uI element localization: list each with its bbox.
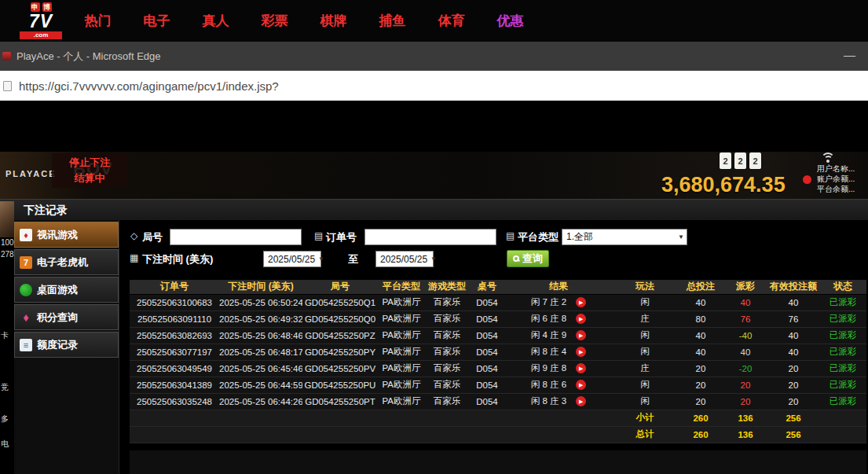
cell-status: 已派彩 bbox=[819, 344, 866, 360]
platform-type-icon: ▤ bbox=[506, 230, 515, 241]
cell-order: 250525063035248 bbox=[130, 393, 219, 410]
replay-icon[interactable]: ▶ bbox=[576, 363, 586, 373]
playing-card: 2 bbox=[734, 152, 746, 169]
left-fragment: 多 bbox=[1, 413, 14, 424]
column-header: 玩法 bbox=[612, 280, 678, 294]
cell-valid-bet: 40 bbox=[767, 344, 819, 360]
table-row: 2505250630826932025-05-25 06:48:46GD0542… bbox=[130, 327, 866, 344]
cell-platform: PA欧洲厅 bbox=[378, 294, 425, 310]
cell-play: 庄 bbox=[612, 310, 678, 327]
replay-icon[interactable]: ▶ bbox=[576, 314, 586, 324]
table-row: 2505250630352482025-05-25 06:44:26GD0542… bbox=[130, 393, 866, 410]
cell-valid-bet: 40 bbox=[767, 327, 819, 344]
sidebar-item-label: 积分查询 bbox=[37, 310, 78, 325]
total-payout-value: 136 bbox=[723, 410, 767, 426]
nav-item-promo[interactable]: 优惠 bbox=[481, 12, 540, 30]
cards-icon: ♦ bbox=[20, 229, 32, 241]
cell-status: 已派彩 bbox=[819, 393, 866, 410]
nav-item-chess[interactable]: 棋牌 bbox=[304, 12, 363, 30]
replay-icon[interactable]: ▶ bbox=[576, 330, 586, 340]
cell-status: 已派彩 bbox=[819, 377, 866, 393]
column-header: 平台类型 bbox=[378, 280, 425, 294]
cell-valid-bet: 20 bbox=[767, 393, 819, 410]
cell-status: 已派彩 bbox=[819, 327, 866, 344]
cell-game: 百家乐 bbox=[425, 393, 469, 410]
cell-platform: PA欧洲厅 bbox=[378, 377, 425, 393]
search-button[interactable]: 查询 bbox=[507, 250, 549, 267]
account-info-line: 用户名称... bbox=[817, 164, 867, 174]
wifi-icon bbox=[821, 152, 835, 164]
sidebar-item-table-games[interactable]: 桌面游戏 bbox=[14, 277, 119, 303]
replay-icon[interactable]: ▶ bbox=[576, 380, 586, 390]
nav-item-sports[interactable]: 体育 bbox=[422, 12, 481, 30]
top-nav-bar: 申 博 7V .com 热门电子真人彩票棋牌捕鱼体育优惠 bbox=[0, 0, 868, 42]
platform-type-select[interactable]: 1.全部 ▼ bbox=[562, 229, 687, 245]
date-to-select[interactable]: 2025/05/25 ▼ bbox=[375, 251, 434, 267]
site-logo[interactable]: 申 博 7V .com bbox=[20, 2, 62, 39]
cell-time: 2025-05-25 06:44:59 bbox=[219, 377, 302, 393]
sidebar-item-points-query[interactable]: ♦积分查询 bbox=[14, 304, 119, 330]
result-text: 闲 8 庄 3 bbox=[531, 396, 566, 406]
cell-valid-bet: 20 bbox=[767, 377, 819, 393]
blank-cell bbox=[819, 426, 866, 443]
top-nav-items: 热门电子真人彩票棋牌捕鱼体育优惠 bbox=[68, 12, 540, 30]
playace-logo: PLAYACE bbox=[5, 169, 57, 178]
nav-item-hot[interactable]: 热门 bbox=[68, 12, 127, 30]
platform-type-label: 平台类型 bbox=[518, 230, 559, 244]
cell-platform: PA欧洲厅 bbox=[378, 393, 425, 410]
sidebar-item-label: 额度记录 bbox=[37, 338, 78, 352]
settling-text: 结算中 bbox=[52, 171, 127, 186]
date-from-value: 2025/05/25 bbox=[268, 254, 315, 265]
betting-status-box: 停止下注 结算中 bbox=[52, 153, 127, 188]
bet-time-label: 下注时间 (美东) bbox=[142, 252, 213, 266]
sidebar-item-quota-records[interactable]: ≡额度记录 bbox=[14, 332, 119, 358]
sidebar-item-live-games[interactable]: ♦视讯游戏 bbox=[14, 222, 119, 248]
result-text: 闲 9 庄 8 bbox=[531, 363, 566, 373]
cell-status: 已派彩 bbox=[819, 294, 866, 310]
cell-order: 250525063100683 bbox=[130, 294, 219, 310]
browser-urlbar: https://gci.7vvvvvv.com/agingame/pcv1/in… bbox=[0, 71, 868, 101]
cell-table-no: D054 bbox=[469, 310, 505, 327]
cell-result: 闲 8 庄 3▶ bbox=[505, 393, 612, 410]
table-row: 2505250630413892025-05-25 06:44:59GD0542… bbox=[130, 377, 866, 393]
blank-cell bbox=[130, 426, 612, 443]
replay-icon[interactable]: ▶ bbox=[576, 297, 586, 307]
nav-item-slots[interactable]: 电子 bbox=[127, 12, 186, 30]
chip-icon bbox=[20, 284, 32, 296]
cell-round: GD054255250PV bbox=[302, 360, 378, 377]
minimize-button[interactable]: — bbox=[844, 48, 855, 61]
nav-item-lottery[interactable]: 彩票 bbox=[245, 12, 304, 30]
round-number-input[interactable] bbox=[170, 229, 302, 245]
result-text: 闲 4 庄 9 bbox=[531, 330, 566, 340]
total-label: 小计 bbox=[612, 410, 678, 426]
url-text[interactable]: https://gci.7vvvvvv.com/agingame/pcv1/in… bbox=[19, 79, 279, 93]
column-header: 状态 bbox=[819, 280, 866, 294]
left-fragment: 100: bbox=[1, 238, 14, 247]
account-info: 用户名称...账户余额...平台余额... bbox=[817, 164, 867, 194]
date-from-select[interactable]: 2025/05/25 ▼ bbox=[263, 251, 321, 267]
cell-round: GD054255250Q1 bbox=[302, 294, 378, 310]
cell-game: 百家乐 bbox=[425, 360, 469, 377]
cell-result: 闲 6 庄 8▶ bbox=[505, 310, 612, 327]
order-number-input[interactable] bbox=[364, 229, 496, 245]
notification-badge bbox=[803, 175, 811, 184]
nav-item-fishing[interactable]: 捕鱼 bbox=[363, 12, 422, 30]
sidebar-item-slot-machines[interactable]: 7电子老虎机 bbox=[14, 249, 119, 275]
replay-icon[interactable]: ▶ bbox=[576, 396, 586, 406]
left-fragment: 竞 bbox=[1, 382, 14, 393]
cell-game: 百家乐 bbox=[425, 310, 469, 327]
subtotal-row: 小计260136256 bbox=[130, 410, 866, 426]
playing-card: 2 bbox=[720, 152, 731, 169]
table-row: 2505250631006832025-05-25 06:50:24GD0542… bbox=[130, 294, 866, 310]
blank-cell bbox=[819, 410, 866, 426]
nav-item-live[interactable]: 真人 bbox=[186, 12, 245, 30]
replay-icon[interactable]: ▶ bbox=[576, 347, 586, 357]
cell-result: 闲 8 庄 6▶ bbox=[505, 377, 612, 393]
cell-time: 2025-05-25 06:48:46 bbox=[219, 327, 302, 344]
left-fragment: 278. bbox=[1, 250, 14, 259]
column-header: 有效投注额 bbox=[767, 280, 819, 294]
grand-total-row: 总计260136256 bbox=[130, 426, 866, 443]
cell-game: 百家乐 bbox=[425, 327, 469, 344]
cell-round: GD054255250PZ bbox=[302, 327, 378, 344]
cell-total-bet: 40 bbox=[678, 344, 723, 360]
